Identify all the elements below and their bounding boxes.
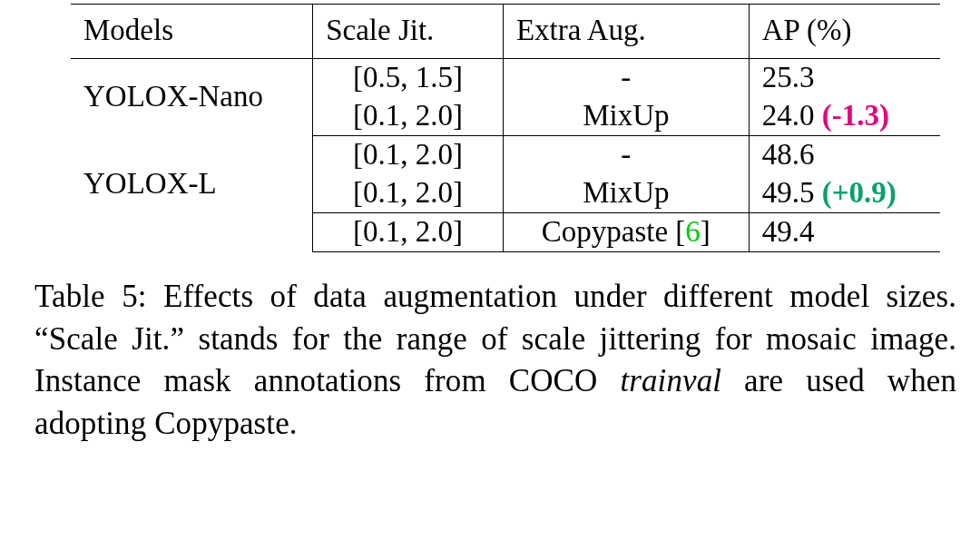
cell-scale-jit: [0.1, 2.0] xyxy=(313,174,504,213)
ap-value: 48.6 xyxy=(762,138,815,171)
cell-ap: 24.0 (-1.3) xyxy=(749,97,940,136)
ap-delta: (-1.3) xyxy=(822,99,889,132)
cell-extra-aug: Copypaste [6] xyxy=(503,213,749,252)
cell-scale-jit: [0.1, 2.0] xyxy=(313,97,504,136)
table-row: YOLOX-Nano [0.5, 1.5] - 25.3 xyxy=(71,59,940,98)
cell-scale-jit: [0.1, 2.0] xyxy=(313,136,504,175)
cell-ap: 48.6 xyxy=(749,136,940,175)
cell-ap: 49.5 (+0.9) xyxy=(749,174,940,213)
citation-number: 6 xyxy=(685,215,701,248)
cell-extra-aug: - xyxy=(503,59,749,98)
table-row: YOLOX-L [0.1, 2.0] - 48.6 xyxy=(71,136,940,175)
cell-model-name: YOLOX-L xyxy=(71,136,313,252)
augmentation-table: Models Scale Jit. Extra Aug. AP (%) YOLO… xyxy=(71,4,940,252)
extra-aug-text: Copypaste [ xyxy=(542,215,686,248)
cell-scale-jit: [0.1, 2.0] xyxy=(313,213,504,252)
table-caption: Table 5: Effects of data augmentation un… xyxy=(34,276,956,445)
ap-value: 49.5 xyxy=(762,176,815,209)
header-extra-aug: Extra Aug. xyxy=(503,5,749,59)
cell-model-name: YOLOX-Nano xyxy=(71,59,313,136)
table-header: Models Scale Jit. Extra Aug. AP (%) xyxy=(71,5,940,59)
cell-ap: 25.3 xyxy=(749,59,940,98)
extra-aug-text: ] xyxy=(701,215,710,248)
cell-ap: 49.4 xyxy=(749,213,940,252)
ap-value: 24.0 xyxy=(762,99,815,132)
ap-delta: (+0.9) xyxy=(822,176,897,209)
caption-italic: trainval xyxy=(620,363,721,398)
cell-scale-jit: [0.5, 1.5] xyxy=(313,59,504,98)
ap-value: 25.3 xyxy=(762,61,815,93)
cell-extra-aug: MixUp xyxy=(503,97,749,136)
header-models: Models xyxy=(71,5,313,59)
header-scale-jit: Scale Jit. xyxy=(313,5,504,59)
ap-value: 49.4 xyxy=(762,215,815,248)
header-ap: AP (%) xyxy=(749,5,940,59)
cell-extra-aug: MixUp xyxy=(503,174,749,213)
cell-extra-aug: - xyxy=(503,136,749,175)
